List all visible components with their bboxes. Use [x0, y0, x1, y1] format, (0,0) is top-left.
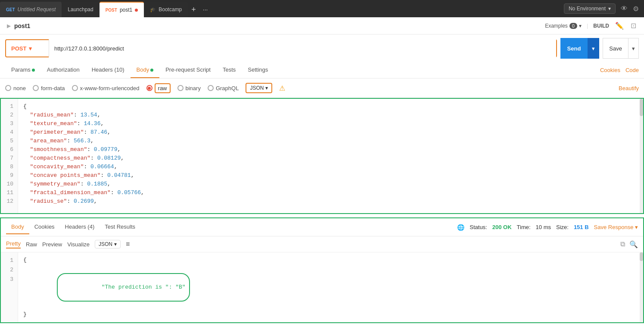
resp-scrollbar-track[interactable]	[640, 252, 643, 322]
examples-dropdown-icon: ▾	[579, 23, 582, 29]
resp-tab-cookies[interactable]: Cookies	[29, 220, 60, 234]
body-label: Body	[137, 66, 149, 73]
send-button[interactable]: Send	[560, 38, 588, 59]
raw-label: raw	[155, 83, 171, 93]
option-form-data[interactable]: form-data	[33, 85, 65, 91]
tab-name-untitled: Untitled Request	[18, 6, 56, 13]
option-raw[interactable]: raw	[146, 83, 171, 93]
search-icon[interactable]: 🔍	[629, 240, 638, 249]
divider: |	[587, 22, 588, 29]
tab-name-bootcamp: Bootcamp	[159, 6, 182, 13]
code-content[interactable]: { "radius_mean": 13.54, "texture_mean": …	[18, 99, 643, 213]
code-line-9: "concave points_mean": 0.04781,	[23, 171, 638, 180]
resp-visualize-button[interactable]: Visualize	[67, 241, 90, 248]
edit-icon[interactable]: ✏️	[614, 21, 625, 31]
tab-bootcamp[interactable]: 🎓 Bootcamp	[144, 2, 188, 17]
resp-tab-body[interactable]: Body	[6, 220, 29, 234]
response-code-area: 1 2 3 { "The prediction is ": "B" }	[1, 252, 643, 322]
json-format-label: JSON	[250, 85, 264, 91]
resp-prediction-text: "The prediction is ": "B"	[102, 284, 186, 290]
resp-pretty-button[interactable]: Pretty	[6, 240, 21, 249]
none-label: none	[13, 85, 26, 91]
scrollbar-track[interactable]	[640, 99, 643, 213]
method-select[interactable]: POST ▾	[6, 39, 49, 57]
body-dot	[150, 69, 153, 72]
response-format-row: Pretty Raw Preview Visualize JSON ▾ ≡ ⧉ …	[1, 236, 643, 252]
resp-headers-label: Headers (4)	[65, 223, 95, 230]
resp-wrap-button[interactable]: ≡	[126, 240, 130, 248]
save-dropdown-button[interactable]: ▾	[628, 38, 639, 59]
tab-tests[interactable]: Tests	[217, 62, 242, 78]
option-none[interactable]: none	[5, 85, 26, 91]
save-label: Save	[609, 45, 622, 52]
tab-method-get: GET	[6, 7, 15, 12]
ln-11: 11	[5, 189, 13, 197]
resp-json-dropdown-arrow: ▾	[114, 241, 117, 247]
ln-1: 1	[5, 102, 13, 111]
send-dropdown-button[interactable]: ▾	[588, 38, 599, 59]
more-tabs-button[interactable]: ···	[199, 2, 212, 17]
code-line-12: "radius_se": 0.2699,	[23, 197, 638, 206]
code-line-1: {	[23, 102, 638, 111]
ln-8: 8	[5, 163, 13, 171]
params-dot	[32, 69, 35, 72]
option-binary[interactable]: binary	[177, 85, 201, 91]
settings-icon[interactable]: ⚙	[633, 5, 639, 13]
action-buttons: Send ▾ Save ▾	[560, 38, 639, 59]
response-status-bar: 🌐 Status: 200 OK Time: 10 ms Size: 151 B…	[457, 224, 638, 231]
save-response-button[interactable]: Save Response ▾	[594, 224, 638, 230]
bootcamp-icon: 🎓	[150, 7, 156, 13]
settings-label: Settings	[248, 66, 268, 73]
beautify-button[interactable]: Beautify	[619, 85, 639, 91]
eye-icon[interactable]: 👁	[621, 5, 628, 13]
resp-json-select[interactable]: JSON ▾	[95, 240, 121, 249]
cookies-link[interactable]: Cookies	[600, 67, 620, 73]
params-label: Params	[11, 66, 31, 73]
tab-settings[interactable]: Settings	[242, 62, 274, 78]
resp-tab-headers[interactable]: Headers (4)	[60, 220, 100, 234]
globe-icon: 🌐	[457, 224, 464, 231]
env-selector[interactable]: No Environment ▾	[564, 3, 616, 14]
resp-raw-button[interactable]: Raw	[26, 241, 37, 248]
radio-binary	[177, 85, 184, 91]
resp-tab-test-results[interactable]: Test Results	[100, 220, 140, 234]
option-graphql[interactable]: GraphQL	[208, 85, 239, 91]
code-link[interactable]: Code	[625, 67, 639, 73]
code-editor: 1 2 3 4 5 6 7 8 9 10 11 12 { "radius_mea…	[0, 98, 644, 214]
copy-icon[interactable]: ⧉	[620, 240, 625, 249]
form-data-label: form-data	[41, 85, 65, 91]
examples-button[interactable]: Examples 0 ▾	[545, 23, 582, 29]
resp-code-content: { "The prediction is ": "B" }	[18, 252, 643, 322]
radio-graphql	[208, 85, 214, 91]
auth-label: Authorization	[47, 66, 80, 73]
tab-launchpad[interactable]: Launchpad	[62, 2, 99, 17]
tab-params[interactable]: Params	[5, 62, 41, 78]
code-line-2: "radius_mean": 13.54,	[23, 111, 638, 120]
radio-none	[5, 85, 11, 91]
url-input[interactable]	[49, 39, 556, 57]
tab-post1[interactable]: POST post1	[100, 2, 144, 17]
binary-label: binary	[186, 85, 201, 91]
tab-list: GET Untitled Request Launchpad POST post…	[0, 0, 559, 17]
option-urlencoded[interactable]: x-www-form-urlencoded	[72, 85, 140, 91]
tab-body[interactable]: Body	[131, 62, 160, 78]
save-button[interactable]: Save	[603, 38, 628, 59]
url-actions-row: POST ▾ Send ▾ Save ▾	[0, 35, 644, 62]
breadcrumb-arrow: ▶	[7, 23, 11, 29]
resp-scrollbar-thumb	[640, 252, 643, 261]
add-tab-button[interactable]: +	[188, 2, 199, 17]
tab-headers[interactable]: Headers (10)	[86, 62, 131, 78]
build-button[interactable]: BUILD	[593, 23, 609, 29]
ln-9: 9	[5, 171, 13, 180]
ln-2: 2	[5, 111, 13, 120]
status-value: 200 OK	[492, 224, 512, 230]
layout-icon[interactable]: ⊡	[630, 21, 637, 31]
tab-authorization[interactable]: Authorization	[41, 62, 86, 78]
time-value: 10 ms	[536, 224, 551, 230]
tab-untitled-request[interactable]: GET Untitled Request	[0, 2, 62, 17]
json-format-select[interactable]: JSON ▾	[246, 83, 272, 93]
resp-ln-3: 3	[5, 275, 13, 284]
resp-preview-button[interactable]: Preview	[42, 241, 62, 248]
top-bar: GET Untitled Request Launchpad POST post…	[0, 0, 644, 17]
tab-prerequest[interactable]: Pre-request Script	[159, 62, 217, 78]
